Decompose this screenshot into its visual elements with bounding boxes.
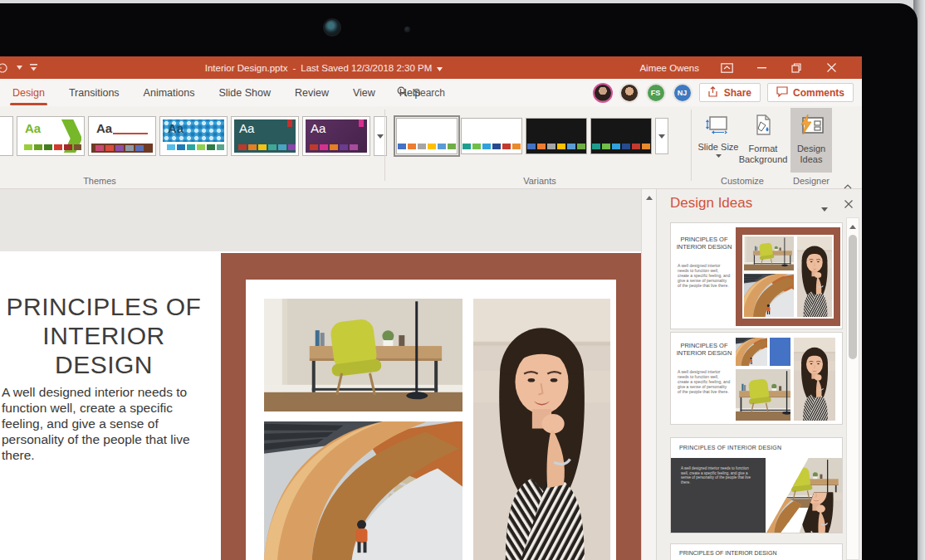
search-label: Search <box>414 87 445 99</box>
saved-status: Last Saved 12/3/2018 2:30 PM <box>301 63 432 73</box>
accent-rectangle <box>770 338 790 366</box>
design-idea-thumbnail[interactable]: PRINCIPLES OF INTERIOR DESIGN <box>670 543 843 560</box>
slide-body-text[interactable]: A well designed interior needs to functi… <box>2 384 213 463</box>
variant-option[interactable] <box>590 118 652 154</box>
share-label: Share <box>724 87 751 99</box>
minimize-icon[interactable] <box>754 56 769 79</box>
variant-option[interactable] <box>526 118 587 154</box>
camera-lens-icon <box>323 18 341 37</box>
workspace: PRINCIPLES OF INTERIOR DESIGN A well des… <box>0 189 862 560</box>
design-idea-thumbnail[interactable]: PRINCIPLES OF INTERIOR DESIGN A well des… <box>670 222 843 329</box>
search-box[interactable]: Search <box>397 79 445 106</box>
slide-photo-collage[interactable] <box>221 253 641 560</box>
undo-caret-icon[interactable] <box>17 66 22 70</box>
close-icon[interactable] <box>824 56 839 79</box>
staircase-photo[interactable] <box>264 421 462 560</box>
theme-option-dark-purple[interactable]: Aa <box>302 116 370 156</box>
tabrow-right: FS NJ Share Comments <box>593 79 854 106</box>
powerpoint-window: Interior Design.pptx - Last Saved 12/3/2… <box>0 56 862 560</box>
avatar[interactable]: FS <box>646 83 666 103</box>
thumb-diagonal-photos <box>766 458 843 533</box>
format-background-button[interactable]: Format Background <box>739 108 787 173</box>
variant-option[interactable] <box>461 118 522 154</box>
panel-menu-caret-icon[interactable] <box>821 200 828 215</box>
portrait-photo[interactable] <box>473 299 610 560</box>
chevron-down-icon <box>658 134 665 139</box>
title-separator: - <box>292 63 296 73</box>
portrait-photo <box>794 338 835 421</box>
slide-size-icon <box>706 114 731 137</box>
theme-option-pattern[interactable]: Aa <box>159 116 228 156</box>
undo-icon[interactable] <box>0 62 9 74</box>
share-icon <box>708 86 719 100</box>
saved-status-caret-icon[interactable] <box>437 63 443 73</box>
tab-design[interactable]: Design <box>12 85 46 100</box>
avatar[interactable] <box>593 83 613 103</box>
design-ideas-icon <box>798 114 825 139</box>
comments-button[interactable]: Comments <box>767 83 854 102</box>
title-bar: Interior Design.pptx - Last Saved 12/3/2… <box>0 56 862 79</box>
tab-transitions[interactable]: Transitions <box>68 85 120 100</box>
panel-close-icon[interactable] <box>844 197 853 212</box>
format-background-icon <box>752 114 774 139</box>
bookmark-icon <box>359 119 364 127</box>
variant-option-selected[interactable] <box>396 118 458 154</box>
variants-more-button[interactable] <box>655 118 668 154</box>
panel-title: Design Ideas <box>670 195 752 212</box>
avatar[interactable] <box>619 83 639 103</box>
portrait-photo <box>797 236 832 317</box>
desk-chair-photo <box>744 236 794 270</box>
slide-scrollbar[interactable] <box>641 189 656 560</box>
share-button[interactable]: Share <box>699 83 761 102</box>
tab-animations[interactable]: Animations <box>143 85 196 100</box>
user-name[interactable]: Aimee Owens <box>639 63 699 73</box>
variants-gallery <box>396 118 668 154</box>
camera-sensor-icon <box>404 27 410 32</box>
collage-mat <box>246 280 616 560</box>
designer-group-label: Designer <box>771 176 852 186</box>
thumb-text-block: PRINCIPLES OF INTERIOR DESIGN A well des… <box>674 223 734 329</box>
thumb-dark-panel: A well designed interior needs to functi… <box>671 458 766 533</box>
comments-icon <box>776 86 788 100</box>
theme-option-light[interactable]: Aa <box>88 116 156 156</box>
tab-view[interactable]: View <box>352 85 376 100</box>
slide-canvas[interactable]: PRINCIPLES OF INTERIOR DESIGN A well des… <box>0 251 641 560</box>
search-icon <box>397 86 408 100</box>
panel-scrollbar[interactable] <box>846 217 859 560</box>
ribbon-display-options-icon[interactable] <box>719 56 734 79</box>
chevron-down-icon <box>377 134 384 139</box>
tab-review[interactable]: Review <box>294 85 330 100</box>
chevron-down-icon <box>716 154 722 158</box>
document-name: Interior Design.pptx <box>205 63 288 73</box>
group-divider <box>691 110 692 181</box>
variants-group-label: Variants <box>490 176 590 186</box>
theme-option-green[interactable]: Aa <box>17 116 85 156</box>
slide-size-button[interactable]: Slide Size <box>696 108 741 173</box>
customize-quick-access-toolbar-icon[interactable] <box>30 64 37 71</box>
restore-icon[interactable] <box>789 56 804 79</box>
themes-gallery: Aa Aa Aa Aa <box>0 116 387 156</box>
staircase-photo <box>736 338 767 366</box>
desk-chair-photo[interactable] <box>264 299 462 411</box>
ribbon-tabs: Design Transitions Animations Slide Show… <box>12 79 422 106</box>
design-ideas-panel: Design Ideas PRINCIPLES OF INTERIOR DESI… <box>656 189 862 560</box>
ribbon-tab-row: Design Transitions Animations Slide Show… <box>0 79 862 106</box>
theme-option-partial[interactable]: Aa <box>0 116 13 156</box>
quick-access-toolbar <box>0 56 37 79</box>
device-screen: Interior Design.pptx - Last Saved 12/3/2… <box>0 0 925 560</box>
scroll-up-icon[interactable] <box>642 191 656 204</box>
thumb-collage <box>736 336 840 422</box>
design-idea-thumbnail[interactable]: PRINCIPLES OF INTERIOR DESIGN A well des… <box>670 332 843 425</box>
tab-slide-show[interactable]: Slide Show <box>218 85 272 100</box>
group-divider <box>384 110 385 181</box>
theme-option-dark-teal[interactable]: Aa <box>231 116 299 156</box>
design-ideas-button[interactable]: Design Ideas <box>790 108 832 173</box>
thumb-text-block: PRINCIPLES OF INTERIOR DESIGN A well des… <box>674 333 734 424</box>
scroll-up-icon[interactable] <box>847 220 859 233</box>
avatar[interactable]: NJ <box>673 83 693 103</box>
scrollbar-thumb[interactable] <box>849 235 857 359</box>
document-title[interactable]: Interior Design.pptx - Last Saved 12/3/2… <box>125 56 523 79</box>
design-idea-thumbnail[interactable]: PRINCIPLES OF INTERIOR DESIGN A well des… <box>670 437 843 533</box>
slide-title[interactable]: PRINCIPLES OF INTERIOR DESIGN <box>0 292 208 379</box>
titlebar-right: Aimee Owens <box>639 56 839 79</box>
